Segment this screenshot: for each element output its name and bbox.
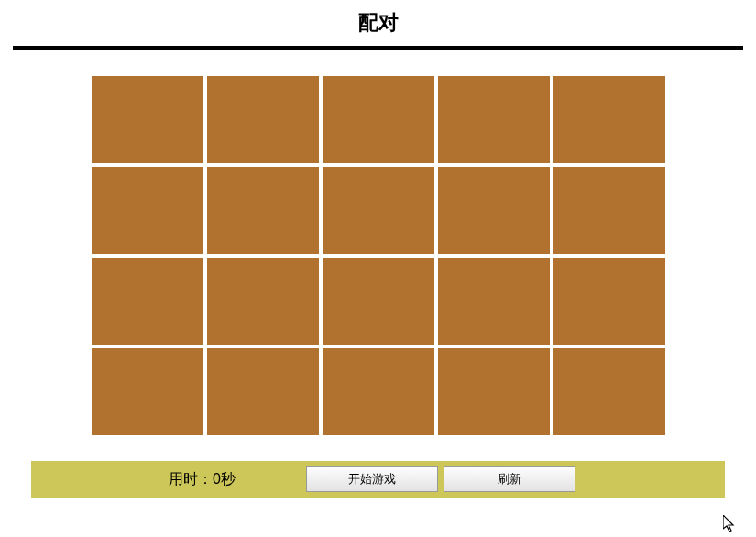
timer-value: 0 bbox=[213, 471, 221, 487]
timer-prefix: 用时： bbox=[169, 471, 213, 487]
card[interactable] bbox=[553, 76, 665, 163]
card[interactable] bbox=[323, 76, 434, 163]
card[interactable] bbox=[92, 167, 203, 254]
card[interactable] bbox=[323, 258, 434, 345]
start-button[interactable]: 开始游戏 bbox=[306, 466, 438, 492]
card[interactable] bbox=[207, 348, 319, 435]
card[interactable] bbox=[553, 258, 665, 345]
refresh-button[interactable]: 刷新 bbox=[444, 466, 575, 492]
card[interactable] bbox=[438, 76, 550, 163]
game-board bbox=[92, 76, 665, 435]
page-title: 配对 bbox=[0, 9, 756, 37]
card[interactable] bbox=[207, 76, 319, 163]
card[interactable] bbox=[438, 258, 550, 345]
footer-bar: 用时：0秒 开始游戏 刷新 bbox=[31, 461, 725, 498]
card[interactable] bbox=[438, 167, 550, 254]
card[interactable] bbox=[207, 167, 319, 254]
card[interactable] bbox=[92, 258, 203, 345]
card[interactable] bbox=[323, 348, 434, 435]
cursor-icon bbox=[723, 515, 738, 537]
card[interactable] bbox=[323, 167, 434, 254]
timer-label: 用时：0秒 bbox=[169, 470, 236, 489]
card[interactable] bbox=[553, 167, 665, 254]
button-group: 开始游戏 刷新 bbox=[306, 466, 575, 492]
header-divider bbox=[13, 46, 743, 50]
card[interactable] bbox=[207, 258, 319, 345]
card[interactable] bbox=[438, 348, 550, 435]
card[interactable] bbox=[92, 76, 203, 163]
header: 配对 bbox=[0, 0, 756, 42]
card[interactable] bbox=[553, 348, 665, 435]
timer-suffix: 秒 bbox=[221, 471, 236, 487]
card[interactable] bbox=[92, 348, 203, 435]
